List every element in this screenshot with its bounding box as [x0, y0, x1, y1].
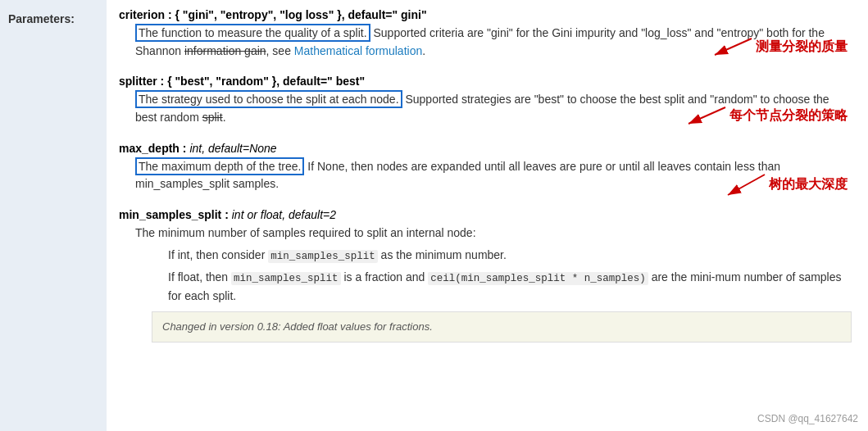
max-depth-label: max_depth [119, 142, 180, 155]
splitter-annotation-text: 每个节点分裂的策略 [729, 107, 848, 125]
svg-line-1 [715, 39, 752, 55]
splitter-highlight: The strategy used to choose the split at… [135, 90, 402, 108]
splitter-annotation-container: 每个节点分裂的策略 [680, 103, 848, 128]
min-samples-split-code1: min_samples_split [268, 250, 378, 263]
svg-line-5 [728, 175, 765, 195]
min-samples-split-int-item: If int, then consider min_samples_split … [168, 246, 852, 265]
max-depth-type-val: int, default=None [189, 142, 276, 155]
param-splitter: splitter : { "best", "random" }, default… [119, 75, 852, 126]
criterion-values: : { "gini", "entropy", "log loss" }, [168, 8, 345, 21]
max-depth-annotation-container: 树的最大深度 [720, 170, 848, 199]
min-samples-split-float-item: If float, then min_samples_split is a fr… [168, 268, 852, 305]
changed-note-text: Changed in version 0.18: [162, 320, 281, 333]
criterion-period: . [422, 44, 425, 57]
min-samples-split-type: : [225, 208, 232, 221]
svg-line-3 [688, 107, 725, 124]
max-depth-annotation-text: 树的最大深度 [769, 176, 848, 193]
min-samples-split-type-val: int or float, default=2 [232, 208, 336, 221]
criterion-annotation-text: 测量分裂的质量 [756, 39, 848, 56]
criterion-default: default=" gini" [348, 8, 426, 21]
criterion-name: criterion : { "gini", "entropy", "log lo… [119, 8, 852, 21]
min-samples-split-text1: The minimum number of samples required t… [135, 226, 476, 239]
splitter-values: : { "best", "random" }, [161, 75, 280, 88]
splitter-strikethrough: split [202, 111, 223, 124]
criterion-label: criterion [119, 8, 165, 21]
min-samples-split-indent: If int, then consider min_samples_split … [168, 246, 852, 305]
min-samples-split-desc: The minimum number of samples required t… [135, 225, 852, 343]
parameters-label: Parameters: [8, 12, 75, 25]
min-samples-split-code2: min_samples_split [231, 272, 341, 285]
splitter-name: splitter : { "best", "random" }, default… [119, 75, 852, 88]
criterion-strikethrough: information gain [184, 44, 266, 57]
main-content: criterion : { "gini", "entropy", "log lo… [107, 0, 868, 431]
criterion-arrow-icon [707, 34, 756, 59]
max-depth-arrow-icon [720, 170, 769, 199]
changed-note: Changed in version 0.18: Added float val… [152, 311, 852, 343]
param-min-samples-split: min_samples_split : int or float, defaul… [119, 208, 852, 343]
watermark: CSDN @qq_41627642 [757, 413, 858, 424]
criterion-link[interactable]: Mathematical formulation [294, 44, 422, 57]
min-samples-split-label: min_samples_split [119, 208, 221, 221]
splitter-arrow-icon [680, 103, 729, 128]
splitter-period: . [223, 111, 226, 124]
max-depth-highlight: The maximum depth of the tree. [135, 157, 304, 175]
max-depth-name: max_depth : int, default=None [119, 142, 852, 155]
criterion-see: , see [266, 44, 294, 57]
criterion-highlight: The function to measure the quality of a… [135, 24, 370, 42]
sidebar: Parameters: [0, 0, 107, 431]
param-criterion: criterion : { "gini", "entropy", "log lo… [119, 8, 852, 60]
criterion-annotation-container: 测量分裂的质量 [707, 34, 848, 59]
param-max-depth: max_depth : int, default=None The maximu… [119, 142, 852, 193]
splitter-default: default=" best" [283, 75, 365, 88]
min-samples-split-name: min_samples_split : int or float, defaul… [119, 208, 852, 221]
splitter-label: splitter [119, 75, 157, 88]
min-samples-split-code3: ceil(min_samples_split * n_samples) [428, 272, 648, 285]
